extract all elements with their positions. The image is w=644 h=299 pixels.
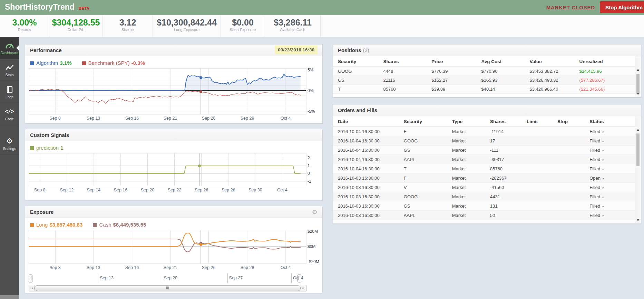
legend-benchmark[interactable]: Benchmark (SPY)-0.3% [82,60,145,66]
table-cell: AAPL [404,157,452,162]
positions-count: (3) [363,47,369,53]
scroll-up-arrow-icon[interactable]: ▲ [635,68,641,71]
table-row: 2016-10-04 16:30:00TMarket85760Filled▾ [333,164,635,173]
navigator-tick: Sep 13 [98,273,98,283]
legend-algorithm[interactable]: Algorithm3.1% [30,60,72,66]
table-cell: GS [404,148,452,153]
sidebar-item-dashboard[interactable]: Dashboard [0,37,19,59]
status-dropdown[interactable]: Filled▾ [589,157,629,162]
table-cell: -41560 [490,185,527,190]
status-dropdown[interactable]: Open▾ [589,176,629,181]
series-marker [199,90,202,93]
table-row: T85760$39.89$40.14$3,420,966.40($21,345.… [333,85,635,94]
settings-gear-icon: ⚙ [0,137,19,146]
table-cell: 17 [490,138,527,143]
stop-algorithm-button[interactable]: Stop Algorithm [600,1,644,13]
signals-x-axis: Sep 8Sep 12Sep 14Sep 16Sep 20Sep 22Sep 2… [29,186,306,193]
table-cell: Market [452,203,490,209]
sidebar-item-label: Logs [0,95,19,99]
positions-panel: Positions(3) SecuritySharesPriceAvg Cost… [333,44,641,98]
chevron-down-icon: ▾ [602,158,604,162]
scrollbar-thumb[interactable] [636,133,640,166]
table-cell: 2016-10-04 16:30:00 [338,148,404,153]
table-cell: Market [452,194,490,199]
table-cell: 2016-10-04 16:30:00 [338,138,404,143]
signals-legend: prediction1 [25,141,322,152]
table-row: GOOG4448$776.39$770.90$3,453,382.72$24,4… [333,67,635,76]
navigator-tick: Sep 20 [162,273,162,283]
table-cell: Market [452,176,490,181]
panel-title: Exposure [30,209,53,215]
signals-plot[interactable]: 210-1 [29,153,306,186]
exposure-settings-gear-icon[interactable]: ⚙ [312,206,318,218]
status-dropdown[interactable]: Filled▾ [589,222,629,223]
sidebar-item-label: Stats [0,73,19,77]
custom-signals-panel: Custom Signals prediction1 210-1 Sep 8Se… [25,129,323,200]
prediction-swatch [30,146,34,150]
legend-long[interactable]: Long$3,857,480.83 [30,222,82,228]
navigator-right-handle[interactable] [297,275,301,282]
sidebar-item-stats[interactable]: Stats [0,59,19,81]
sidebar: Dashboard Stats Logs </> Code ⚙ Settings [0,37,19,295]
code-brackets-icon: </> [0,107,19,117]
exposure-horizontal-scrollbar[interactable]: ◄ ► [29,285,306,291]
sidebar-item-label: Dashboard [0,51,19,55]
exposure-panel-header: Exposure ⚙ [25,206,322,218]
scrollbar-thumb[interactable] [636,74,640,94]
scroll-right-arrow-icon[interactable]: ► [301,285,306,291]
app-header: ShortHistoryTrend BETA MARKET CLOSED Sto… [0,0,644,15]
logs-book-icon [0,85,19,94]
status-dropdown[interactable]: Filled▾ [589,185,629,190]
series-marker [198,165,201,167]
sidebar-item-settings[interactable]: ⚙ Settings [0,133,19,155]
status-dropdown[interactable]: Filled▾ [589,138,629,143]
status-dropdown[interactable]: Filled▾ [589,213,629,218]
positions-scrollbar[interactable]: ▲ ▼ [635,56,641,97]
table-cell: AAPL [404,213,452,218]
table-cell: Market [452,185,490,190]
sidebar-item-logs[interactable]: Logs [0,81,19,103]
table-cell: $776.39 [431,69,481,74]
column-header: Avg Cost [481,59,530,64]
table-row: 2016-10-04 16:30:00GSMarket-111Filled▾ [333,146,635,155]
table-row: 2016-10-03 16:30:00AAPLMarket50Filled▾ [333,211,635,220]
column-header: Shares [383,59,431,64]
table-cell: 2016-10-03 16:30:00 [338,185,404,190]
table-cell: $40.14 [481,87,530,92]
status-dropdown[interactable]: Filled▾ [589,166,629,171]
status-dropdown[interactable]: Filled▾ [589,148,629,153]
column-header: Date [338,119,404,124]
legend-cash[interactable]: Cash$6,449,535.55 [93,222,146,228]
stat-long-exposure: $10,300,842.44 Long Exposure [153,15,221,37]
table-cell: 85760 [490,166,527,171]
scroll-up-arrow-icon[interactable]: ▲ [635,128,641,131]
status-dropdown[interactable]: Filled▾ [589,129,629,134]
chevron-down-icon: ▾ [602,214,604,218]
table-row: GS21116$162.27$165.93$3,426,493.32($77,2… [333,76,635,85]
scrollbar-thumb[interactable] [35,285,301,291]
table-cell: 4431 [490,194,527,199]
scroll-left-arrow-icon[interactable]: ◄ [29,285,35,291]
status-dropdown[interactable]: Filled▾ [589,194,629,199]
navigator-left-handle[interactable] [29,275,32,282]
performance-plot[interactable]: 5%0%-5% [29,68,306,114]
scroll-down-arrow-icon[interactable]: ▼ [635,92,641,96]
table-cell: 2016-10-03 16:30:00 [338,194,404,199]
table-cell: GS [404,203,452,209]
exposure-plot[interactable]: $20M$0M-$20M [29,230,306,264]
scroll-down-arrow-icon[interactable]: ▼ [635,219,641,222]
table-cell: GOOG [404,138,452,143]
table-cell: Market [452,157,490,162]
sidebar-item-code[interactable]: </> Code [0,103,19,125]
legend-prediction[interactable]: prediction1 [30,145,63,151]
table-row: 2016-09-30 16:30:00VMarket41560Filled▾ [333,220,635,223]
exposure-range-navigator[interactable]: Sep 13Sep 20Sep 27Oct 4 [29,273,306,283]
panel-title: Positions [338,47,361,53]
orders-scrollbar[interactable]: ▲ ▼ [635,116,641,223]
table-cell: $162.27 [431,78,481,83]
table-cell: Market [452,129,490,134]
status-dropdown[interactable]: Filled▾ [589,203,629,209]
table-cell: GOOG [338,69,383,74]
selected-date-badge[interactable]: 09/23/2016 16:30 [275,46,318,54]
chevron-down-icon: ▾ [602,177,604,180]
